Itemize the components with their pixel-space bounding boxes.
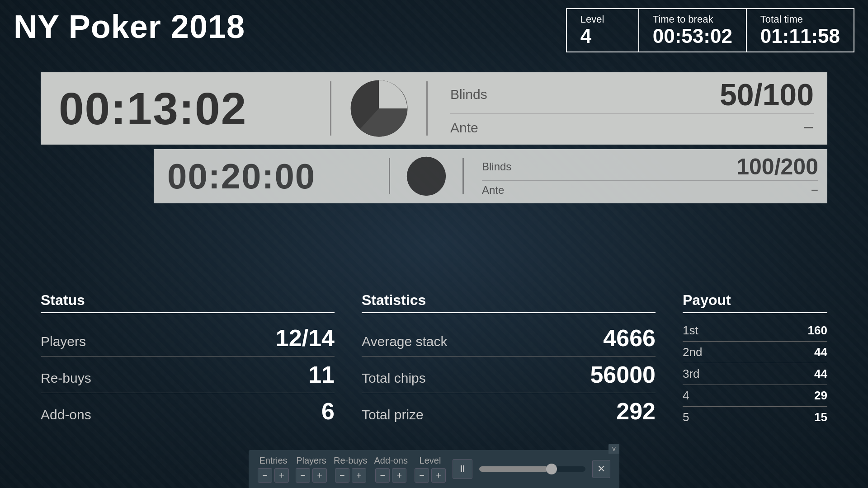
timer-divider3	[389, 158, 390, 194]
rebuys-minus-button[interactable]: −	[335, 468, 349, 483]
rebuys-plus-button[interactable]: +	[352, 468, 366, 483]
entries-minus-button[interactable]: −	[258, 468, 272, 483]
total-prize-label: Total prize	[362, 407, 424, 422]
pause-button[interactable]: ⏸	[453, 459, 472, 479]
total-time-stat: Total time 01:11:58	[747, 9, 854, 52]
payout-section: Payout 1st 160 2nd 44 3rd 44 4 29 5 15	[683, 292, 827, 429]
players-row: Players 12/14	[41, 320, 335, 357]
payout-row: 3rd 44	[683, 363, 827, 385]
players-control: Players − +	[296, 455, 327, 483]
blinds-row: Blinds 50/100	[450, 75, 814, 114]
avg-stack-row: Average stack 4666	[362, 320, 656, 357]
blinds-value: 50/100	[720, 79, 814, 110]
payout-amount: 29	[814, 389, 827, 403]
status-section: Status Players 12/14 Re-buys 11 Add-ons …	[41, 292, 335, 429]
stats-container: Status Players 12/14 Re-buys 11 Add-ons …	[41, 292, 827, 429]
control-bar: v Entries − + Players − + Re-buys − + Ad…	[249, 450, 619, 488]
total-prize-row: Total prize 292	[362, 393, 656, 429]
statistics-section: Statistics Average stack 4666 Total chip…	[362, 292, 656, 429]
payout-place-label: 4	[683, 389, 689, 403]
next-ante-value: −	[811, 183, 818, 197]
v-badge: v	[609, 444, 619, 454]
entries-control: Entries − +	[258, 455, 289, 483]
addons-ctrl-label: Add-ons	[374, 455, 408, 466]
total-chips-value: 56000	[590, 361, 656, 388]
level-minus-button[interactable]: −	[415, 468, 429, 483]
addons-label: Add-ons	[41, 407, 91, 422]
next-blinds-row: Blinds 100/200	[482, 153, 818, 181]
addons-minus-button[interactable]: −	[375, 468, 390, 483]
next-ante-label: Ante	[482, 184, 504, 197]
total-time-value: 01:11:58	[760, 25, 840, 47]
payout-amount: 15	[814, 410, 827, 424]
next-ante-row: Ante −	[482, 181, 818, 200]
header-stats: Level 4 Time to break 00:53:02 Total tim…	[566, 8, 854, 52]
level-plus-button[interactable]: +	[431, 468, 446, 483]
payout-place-label: 2nd	[683, 345, 702, 359]
time-to-break-label: Time to break	[653, 14, 732, 25]
total-prize-value: 292	[616, 398, 656, 425]
total-chips-row: Total chips 56000	[362, 357, 656, 393]
payout-row: 1st 160	[683, 320, 827, 342]
level-stat: Level 4	[567, 9, 639, 52]
progress-thumb	[546, 464, 557, 474]
close-button[interactable]: ✕	[592, 460, 610, 478]
payout-amount: 44	[814, 345, 827, 359]
addons-control: Add-ons − +	[374, 455, 408, 483]
main-timer-time: 00:13:02	[41, 83, 321, 135]
payout-place-label: 3rd	[683, 367, 700, 381]
ante-label: Ante	[450, 120, 478, 136]
avg-stack-value: 4666	[603, 324, 656, 352]
payout-rows: 1st 160 2nd 44 3rd 44 4 29 5 15	[683, 320, 827, 428]
rebuys-row: Re-buys 11	[41, 357, 335, 393]
timer-pie-chart	[349, 79, 408, 138]
entries-plus-button[interactable]: +	[274, 468, 289, 483]
payout-amount: 160	[808, 324, 827, 338]
addons-value: 6	[321, 398, 335, 425]
rebuys-control: Re-buys − +	[334, 455, 367, 483]
progress-bar[interactable]	[479, 466, 585, 472]
header: NY Poker 2018 Level 4 Time to break 00:5…	[0, 0, 868, 61]
entries-label: Entries	[259, 455, 287, 466]
players-plus-button[interactable]: +	[312, 468, 327, 483]
time-to-break-value: 00:53:02	[653, 25, 732, 47]
blinds-label: Blinds	[450, 87, 487, 102]
next-timer-time: 00:20:00	[154, 156, 380, 197]
payout-row: 2nd 44	[683, 342, 827, 363]
rebuys-buttons: − +	[335, 468, 366, 483]
players-ctrl-label: Players	[296, 455, 326, 466]
timers-container: 00:13:02 Blinds 50/100 Ante − 00:20:00	[41, 72, 827, 203]
main-blinds-section: Blinds 50/100 Ante −	[437, 71, 827, 146]
payout-header: Payout	[683, 292, 827, 313]
addons-buttons: − +	[375, 468, 406, 483]
statistics-header: Statistics	[362, 292, 656, 313]
payout-place-label: 5	[683, 410, 689, 424]
avg-stack-label: Average stack	[362, 334, 448, 349]
timer-divider4	[462, 158, 464, 194]
addons-row: Add-ons 6	[41, 393, 335, 429]
level-control: Level − +	[415, 455, 446, 483]
payout-place-label: 1st	[683, 324, 698, 338]
ante-row: Ante −	[450, 114, 814, 141]
level-value: 4	[580, 25, 625, 47]
players-minus-button[interactable]: −	[296, 468, 310, 483]
status-header: Status	[41, 292, 335, 313]
next-timer-pie-chart	[406, 156, 447, 197]
total-chips-label: Total chips	[362, 371, 426, 386]
players-label: Players	[41, 334, 86, 349]
app-title: NY Poker 2018	[14, 8, 245, 45]
timer-next: 00:20:00 Blinds 100/200 Ante −	[154, 149, 827, 203]
payout-row: 4 29	[683, 385, 827, 407]
next-blinds-section: Blinds 100/200 Ante −	[473, 151, 827, 202]
payout-amount: 44	[814, 367, 827, 381]
timer-main: 00:13:02 Blinds 50/100 Ante −	[41, 72, 827, 145]
level-label: Level	[580, 14, 625, 25]
payout-row: 5 15	[683, 407, 827, 428]
timer-divider2	[426, 81, 428, 136]
next-blinds-label: Blinds	[482, 160, 511, 173]
ante-value: −	[803, 117, 814, 138]
rebuys-value: 11	[308, 361, 335, 388]
svg-point-1	[407, 157, 446, 196]
addons-plus-button[interactable]: +	[392, 468, 406, 483]
rebuys-label: Re-buys	[41, 371, 91, 386]
